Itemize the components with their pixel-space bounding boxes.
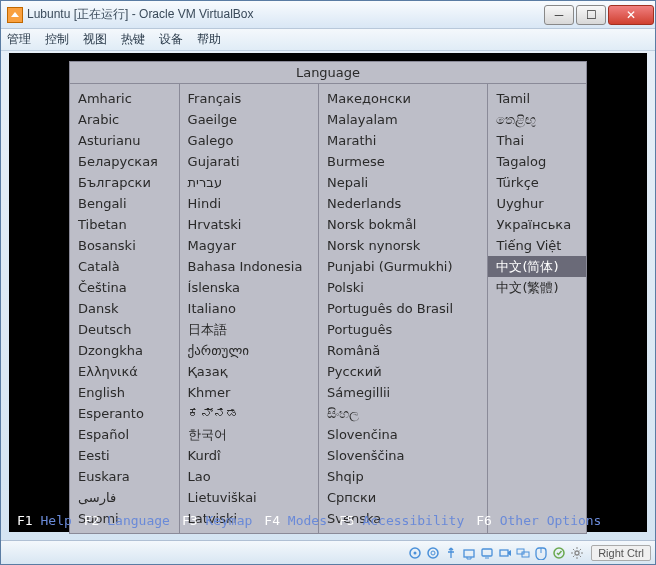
language-option[interactable]: Galego [180,130,318,151]
device-shared-icon[interactable] [461,545,477,561]
language-option[interactable]: Hrvatski [180,214,318,235]
device-display-icon[interactable] [479,545,495,561]
language-option[interactable]: Asturianu [70,130,179,151]
language-option[interactable]: Қазақ [180,361,318,382]
language-option[interactable]: Српски [319,487,487,508]
language-option[interactable]: Nepali [319,172,487,193]
svg-rect-4 [464,550,474,557]
close-button[interactable]: ✕ [608,5,654,25]
language-option[interactable]: සිංහල [319,403,487,424]
language-option[interactable]: Русский [319,361,487,382]
device-recording-icon[interactable] [497,545,513,561]
minimize-button[interactable]: ─ [544,5,574,25]
language-option[interactable]: Amharic [70,88,179,109]
menu-help[interactable]: 帮助 [197,31,221,48]
window-title: Lubuntu [正在运行] - Oracle VM VirtualBox [27,6,543,23]
mouse-integration-icon[interactable] [533,545,549,561]
language-option[interactable]: Sámegillii [319,382,487,403]
language-option[interactable]: 한국어 [180,424,318,445]
language-option[interactable]: Tagalog [488,151,586,172]
language-option[interactable]: Tamil [488,88,586,109]
language-option[interactable]: Ελληνικά [70,361,179,382]
fkey-f2[interactable]: F2 Language [84,513,170,528]
svg-rect-5 [482,549,492,556]
language-option[interactable]: ಕನ್ನಡ [180,403,318,424]
language-option[interactable]: Español [70,424,179,445]
language-option[interactable]: Esperanto [70,403,179,424]
language-option[interactable]: Íslenska [180,277,318,298]
status-icons [407,545,585,561]
language-option[interactable]: Shqip [319,466,487,487]
language-option[interactable]: Čeština [70,277,179,298]
language-option[interactable]: Kurdî [180,445,318,466]
device-hdd-icon[interactable] [407,545,423,561]
language-option[interactable]: Hindi [180,193,318,214]
language-option[interactable]: Slovenščina [319,445,487,466]
language-option[interactable]: Khmer [180,382,318,403]
virtualization-icon[interactable] [551,545,567,561]
statusbar: Right Ctrl [1,540,655,564]
language-option[interactable]: Македонски [319,88,487,109]
language-option[interactable]: Punjabi (Gurmukhi) [319,256,487,277]
language-option[interactable]: Arabic [70,109,179,130]
language-option[interactable]: Deutsch [70,319,179,340]
maximize-button[interactable]: ☐ [576,5,606,25]
language-option[interactable]: Gaeilge [180,109,318,130]
language-option[interactable]: Română [319,340,487,361]
language-option[interactable]: Gujarati [180,151,318,172]
language-option[interactable]: Magyar [180,235,318,256]
language-option[interactable]: Marathi [319,130,487,151]
menu-devices[interactable]: 设备 [159,31,183,48]
language-option[interactable]: Català [70,256,179,277]
language-option[interactable]: Lao [180,466,318,487]
device-usb-icon[interactable] [443,545,459,561]
menu-hotkey[interactable]: 热键 [121,31,145,48]
language-option[interactable]: 日本語 [180,319,318,340]
language-option[interactable]: Tibetan [70,214,179,235]
language-option[interactable]: Беларуская [70,151,179,172]
settings-icon[interactable] [569,545,585,561]
fkey-f4[interactable]: F4 Modes [264,513,327,528]
language-option[interactable]: Türkçe [488,172,586,193]
language-option[interactable]: Nederlands [319,193,487,214]
language-option[interactable]: Polski [319,277,487,298]
menu-manage[interactable]: 管理 [7,31,31,48]
language-option[interactable]: فارسی [70,487,179,508]
language-option[interactable]: Norsk nynorsk [319,235,487,256]
language-option[interactable]: 中文(简体) [488,256,586,277]
language-option[interactable]: Bengali [70,193,179,214]
fkey-f6[interactable]: F6 Other Options [476,513,601,528]
fkey-f5[interactable]: F5 Accessibility [339,513,464,528]
language-option[interactable]: Norsk bokmål [319,214,487,235]
menu-control[interactable]: 控制 [45,31,69,48]
language-option[interactable]: Uyghur [488,193,586,214]
language-option[interactable]: Thai [488,130,586,151]
language-option[interactable]: Italiano [180,298,318,319]
language-option[interactable]: Slovenčina [319,424,487,445]
language-option[interactable]: Українська [488,214,586,235]
language-option[interactable]: තෙළිඟු [488,109,586,130]
language-option[interactable]: Français [180,88,318,109]
fkey-f1[interactable]: F1 Help [17,513,72,528]
device-monitors-icon[interactable] [515,545,531,561]
language-option[interactable]: Lietuviškai [180,487,318,508]
language-option[interactable]: 中文(繁體) [488,277,586,298]
language-option[interactable]: English [70,382,179,403]
device-cd-icon[interactable] [425,545,441,561]
language-option[interactable]: Burmese [319,151,487,172]
language-option[interactable]: Português do Brasil [319,298,487,319]
language-option[interactable]: Eesti [70,445,179,466]
language-option[interactable]: Bahasa Indonesia [180,256,318,277]
language-option[interactable]: Dzongkha [70,340,179,361]
fkey-f3[interactable]: F3 Keymap [182,513,252,528]
menu-view[interactable]: 视图 [83,31,107,48]
language-option[interactable]: Dansk [70,298,179,319]
language-option[interactable]: עברית [180,172,318,193]
language-option[interactable]: Bosanski [70,235,179,256]
language-option[interactable]: Български [70,172,179,193]
language-option[interactable]: Malayalam [319,109,487,130]
language-option[interactable]: ქართული [180,340,318,361]
language-option[interactable]: Euskara [70,466,179,487]
language-option[interactable]: Português [319,319,487,340]
language-option[interactable]: Tiếng Việt [488,235,586,256]
